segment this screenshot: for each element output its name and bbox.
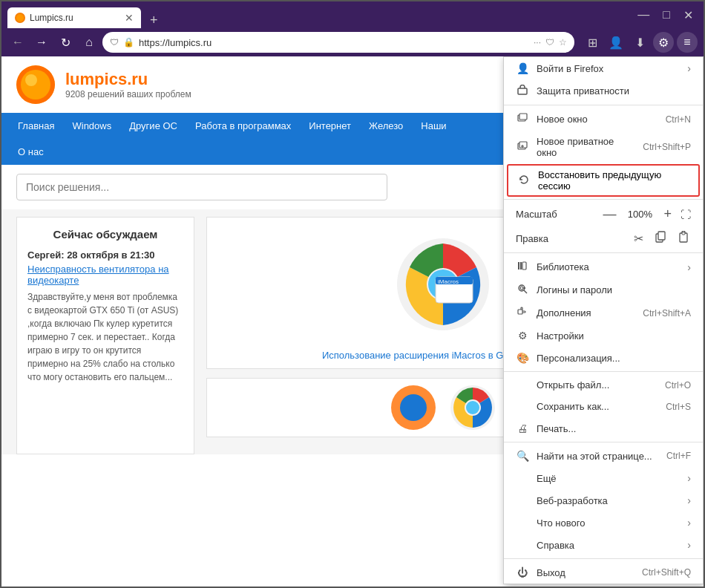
new-tab-button[interactable]: + bbox=[144, 13, 164, 28]
paste-icon[interactable] bbox=[679, 231, 691, 246]
reload-button[interactable]: ↻ bbox=[55, 32, 76, 53]
new-window-icon bbox=[516, 113, 529, 125]
menu-item-devtools-label: Веб-разработка bbox=[537, 495, 680, 506]
menu-item-customize[interactable]: 🎨 Персонализация... bbox=[504, 347, 703, 369]
menu-item-find-label: Найти на этой странице... bbox=[537, 451, 659, 462]
menu-icon[interactable]: ≡ bbox=[677, 32, 698, 53]
cut-icon[interactable]: ✂ bbox=[634, 232, 643, 246]
nav-internet[interactable]: Интернет bbox=[300, 113, 360, 139]
svg-point-28 bbox=[520, 287, 523, 290]
dropdown-menu: 👤 Войти в Firefox › Защита приватности Н… bbox=[503, 56, 704, 584]
bookmark-shield-icon[interactable]: 🛡 bbox=[545, 37, 554, 48]
menu-item-print-label: Печать... bbox=[537, 423, 691, 434]
more-icon[interactable]: ··· bbox=[534, 37, 541, 48]
active-tab[interactable]: Lumpics.ru ✕ bbox=[7, 7, 141, 28]
exit-shortcut: Ctrl+Shift+Q bbox=[642, 567, 691, 578]
svg-rect-14 bbox=[518, 88, 527, 94]
menu-item-privacy[interactable]: Защита приватности bbox=[504, 79, 703, 102]
nav-home[interactable]: Главная bbox=[9, 113, 63, 139]
library-arrow: › bbox=[687, 261, 691, 273]
menu-item-help[interactable]: Справка › bbox=[504, 534, 703, 556]
forward-button[interactable]: → bbox=[31, 32, 52, 53]
devtools-arrow: › bbox=[687, 494, 691, 506]
menu-item-private-window[interactable]: Новое приватное окно Ctrl+Shift+P bbox=[504, 131, 703, 163]
menu-item-library[interactable]: Библиотека › bbox=[504, 255, 703, 278]
menu-item-restore-session[interactable]: Восстановить предыдущую сессию bbox=[507, 164, 700, 197]
nav-other-os[interactable]: Другие ОС bbox=[120, 113, 186, 139]
menu-item-find[interactable]: 🔍 Найти на этой странице... Ctrl+F bbox=[504, 445, 703, 467]
sidebar-comment-link[interactable]: Неисправность вентилятора на видеокарте bbox=[27, 264, 183, 286]
svg-rect-23 bbox=[518, 262, 519, 270]
address-text: https://lumpics.ru bbox=[139, 37, 529, 48]
private-window-icon bbox=[516, 141, 529, 154]
help-arrow: › bbox=[687, 539, 691, 551]
library-icon[interactable]: ⊞ bbox=[582, 32, 603, 53]
menu-item-logins-label: Логины и пароли bbox=[537, 284, 691, 295]
menu-item-open-file[interactable]: Открыть файл... Ctrl+O bbox=[504, 374, 703, 396]
menu-item-exit-label: Выход bbox=[537, 567, 634, 578]
content-area: lumpics.ru 9208 решений ваших проблем Гл… bbox=[1, 56, 704, 587]
nav-windows[interactable]: Windows bbox=[63, 113, 120, 139]
download-icon[interactable]: ⬇ bbox=[629, 32, 650, 53]
private-window-shortcut: Ctrl+Shift+P bbox=[643, 142, 691, 152]
menu-item-whats-new[interactable]: Что нового › bbox=[504, 512, 703, 534]
signin-icon: 👤 bbox=[516, 62, 529, 74]
addons-shortcut: Ctrl+Shift+A bbox=[643, 308, 691, 318]
privacy-icon bbox=[516, 85, 529, 97]
menu-item-new-window[interactable]: Новое окно Ctrl+N bbox=[504, 108, 703, 131]
search-input[interactable] bbox=[16, 174, 387, 200]
maximize-button[interactable]: □ bbox=[658, 8, 675, 22]
open-file-shortcut: Ctrl+O bbox=[665, 380, 691, 391]
menu-item-more[interactable]: Ещё › bbox=[504, 467, 703, 489]
divider-6 bbox=[504, 558, 703, 559]
menu-item-exit[interactable]: ⏻ Выход Ctrl+Shift+Q bbox=[504, 561, 703, 584]
nav-hardware[interactable]: Железо bbox=[360, 113, 412, 139]
title-bar: Lumpics.ru ✕ + — □ ✕ bbox=[1, 1, 704, 28]
article-image-1: iMacros bbox=[361, 225, 525, 344]
menu-item-logins[interactable]: Логины и пароли bbox=[504, 278, 703, 301]
new-window-shortcut: Ctrl+N bbox=[666, 114, 691, 125]
nav-ours[interactable]: Наши bbox=[412, 113, 455, 139]
copy-icon[interactable] bbox=[655, 231, 667, 246]
sync-icon[interactable]: 👤 bbox=[606, 32, 626, 53]
zoom-fullscreen-button[interactable]: ⛶ bbox=[681, 209, 691, 220]
divider-1 bbox=[504, 105, 703, 105]
sidebar-title: Сейчас обсуждаем bbox=[27, 228, 183, 241]
zoom-value: 100% bbox=[625, 209, 655, 220]
divider-5 bbox=[504, 442, 703, 442]
nav-programs[interactable]: Работа в программах bbox=[186, 113, 300, 139]
nav-about[interactable]: О нас bbox=[9, 139, 53, 165]
zoom-plus-button[interactable]: + bbox=[660, 206, 675, 222]
edit-row: Правка ✂ bbox=[504, 226, 703, 250]
tab-title: Lumpics.ru bbox=[30, 13, 120, 23]
menu-item-addons[interactable]: Дополнения Ctrl+Shift+A bbox=[504, 301, 703, 324]
menu-item-private-label: Новое приватное окно bbox=[537, 136, 635, 158]
menu-item-settings[interactable]: ⚙ Настройки bbox=[504, 324, 703, 347]
minimize-button[interactable]: — bbox=[633, 8, 654, 22]
home-button[interactable]: ⌂ bbox=[79, 32, 99, 53]
menu-item-settings-label: Настройки bbox=[537, 330, 691, 342]
svg-rect-24 bbox=[520, 262, 522, 270]
back-button[interactable]: ← bbox=[7, 32, 28, 53]
svg-point-1 bbox=[21, 70, 50, 99]
site-title-group: lumpics.ru 9208 решений ваших проблем bbox=[65, 70, 191, 99]
menu-item-devtools[interactable]: Веб-разработка › bbox=[504, 489, 703, 512]
divider-2 bbox=[504, 199, 703, 200]
close-button[interactable]: ✕ bbox=[679, 8, 698, 22]
menu-item-save-as-label: Сохранить как... bbox=[537, 401, 658, 412]
star-icon[interactable]: ☆ bbox=[559, 37, 567, 48]
menu-item-save-as[interactable]: Сохранить как... Ctrl+S bbox=[504, 396, 703, 417]
zoom-minus-button[interactable]: — bbox=[600, 206, 619, 222]
sidebar-comment-text: Здравствуйте,у меня вот проблемка с виде… bbox=[27, 290, 183, 384]
address-bar[interactable]: 🛡 🔒 https://lumpics.ru ··· 🛡 ☆ bbox=[102, 32, 574, 53]
svg-rect-31 bbox=[518, 310, 522, 314]
site-title[interactable]: lumpics.ru bbox=[65, 70, 191, 89]
logo-svg bbox=[16, 65, 55, 104]
whats-new-arrow: › bbox=[687, 517, 691, 529]
menu-item-signin[interactable]: 👤 Войти в Firefox › bbox=[504, 57, 703, 79]
exit-icon: ⏻ bbox=[516, 566, 529, 578]
tab-close-button[interactable]: ✕ bbox=[125, 13, 134, 23]
menu-item-print[interactable]: 🖨 Печать... bbox=[504, 417, 703, 440]
svg-rect-20 bbox=[658, 232, 665, 240]
settings-gear-icon[interactable]: ⚙ bbox=[653, 32, 674, 53]
